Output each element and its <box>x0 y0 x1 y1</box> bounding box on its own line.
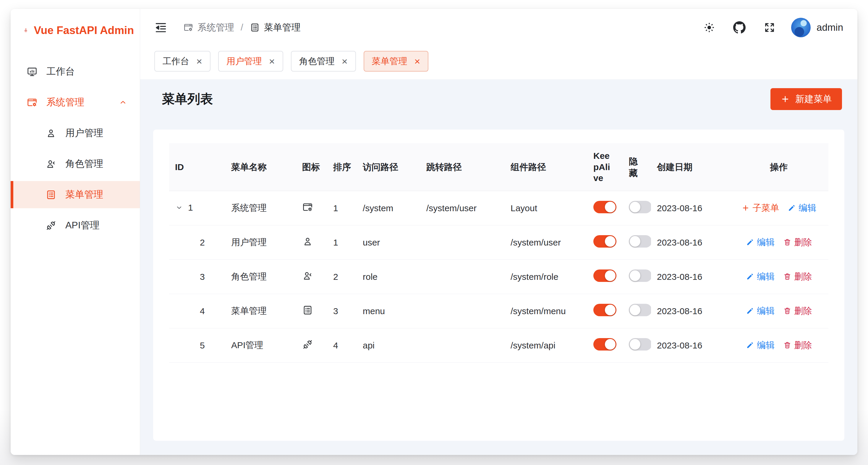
row-id: 1 <box>188 203 193 213</box>
toggle-knob <box>605 270 616 281</box>
toggle-knob <box>630 270 640 281</box>
cell-name: 系统管理 <box>225 191 296 225</box>
window-gear-icon <box>183 23 193 32</box>
submenu-action-label: 子菜单 <box>753 202 779 214</box>
cell-order: 1 <box>327 191 357 225</box>
submenu-action[interactable]: 子菜单 <box>741 202 779 214</box>
edit-action[interactable]: 编辑 <box>746 236 775 249</box>
tab-close-icon[interactable]: × <box>414 56 421 66</box>
cell-order: 2 <box>327 260 357 294</box>
tab-user[interactable]: 用户管理× <box>218 51 283 71</box>
pencil-icon <box>746 238 754 246</box>
edit-action[interactable]: 编辑 <box>746 339 775 351</box>
breadcrumb-item-menu[interactable]: 菜单管理 <box>250 21 301 34</box>
column-header-label: 隐藏 <box>629 156 638 178</box>
topbar: 系统管理/菜单管理 admin <box>140 9 857 46</box>
tab-menu[interactable]: 菜单管理× <box>364 51 429 71</box>
cell-date: 2023-08-16 <box>651 260 730 294</box>
cell-path: user <box>357 225 421 260</box>
cell-component: /system/user <box>505 225 587 260</box>
keepalive-toggle[interactable] <box>593 338 616 351</box>
sidebar-item-menu[interactable]: 菜单管理 <box>11 181 140 208</box>
plug-icon <box>302 339 313 350</box>
table-header-row: ID菜单名称图标排序访问路径跳转路径组件路径KeepAlive隐藏创建日期操作 <box>169 143 828 191</box>
tab-close-icon[interactable]: × <box>196 56 202 66</box>
cell-date: 2023-08-16 <box>651 294 730 328</box>
tab-workbench[interactable]: 工作台× <box>154 51 211 71</box>
sidebar-collapse-icon[interactable] <box>154 21 167 34</box>
hidden-toggle[interactable] <box>629 338 651 351</box>
hidden-toggle[interactable] <box>629 235 651 248</box>
column-header-label: 操作 <box>770 162 788 172</box>
sidebar-item-workbench[interactable]: 工作台 <box>11 58 140 85</box>
cell-actions: 编辑删除 <box>730 328 828 362</box>
sidebar-item-api[interactable]: API管理 <box>11 212 140 239</box>
delete-action[interactable]: 删除 <box>783 271 812 283</box>
toggle-knob <box>630 202 640 212</box>
toggle-knob <box>630 339 640 350</box>
tab-close-icon[interactable]: × <box>269 56 275 66</box>
cell-keepalive <box>587 191 623 225</box>
tab-label: 角色管理 <box>299 55 335 67</box>
column-header-label: ID <box>175 162 184 172</box>
delete-action-label: 删除 <box>795 339 812 351</box>
toggle-knob <box>605 305 616 315</box>
tab-label: 用户管理 <box>226 55 262 67</box>
github-icon[interactable] <box>733 21 746 34</box>
main-area: 系统管理/菜单管理 admin 工作台×用户管理×角色管理×菜单管理× 菜单列表… <box>140 9 857 455</box>
tab-role[interactable]: 角色管理× <box>291 51 356 71</box>
breadcrumb-item-system[interactable]: 系统管理 <box>183 21 234 34</box>
window-gear-icon <box>27 97 37 108</box>
person-icon <box>45 128 57 139</box>
keepalive-toggle[interactable] <box>593 304 616 316</box>
cell-path: role <box>357 260 421 294</box>
table-row: 1系统管理1/system/system/userLayout2023-08-1… <box>169 191 828 225</box>
hidden-toggle[interactable] <box>629 269 651 282</box>
cell-icon <box>296 225 327 260</box>
keepalive-toggle[interactable] <box>593 201 616 213</box>
column-header-label: KeepAlive <box>593 150 612 184</box>
theme-toggle-sun-icon[interactable] <box>703 21 715 34</box>
monitor-icon <box>27 66 37 77</box>
delete-action[interactable]: 删除 <box>783 305 812 317</box>
app-logo[interactable]: Vue FastAPI Admin <box>11 9 140 42</box>
new-menu-button[interactable]: 新建菜单 <box>770 88 842 110</box>
edit-action[interactable]: 编辑 <box>787 202 816 214</box>
plug-icon <box>45 220 57 231</box>
row-id: 2 <box>200 237 205 248</box>
cell-hidden <box>623 260 651 294</box>
hidden-toggle[interactable] <box>629 304 651 316</box>
person-icon <box>302 236 313 247</box>
sidebar-item-system[interactable]: 系统管理 <box>11 89 140 116</box>
sidebar-item-label: 系统管理 <box>46 96 84 109</box>
cell-keepalive <box>587 328 623 362</box>
sidebar-item-role[interactable]: 角色管理 <box>11 150 140 177</box>
breadcrumb: 系统管理/菜单管理 <box>183 21 301 34</box>
hidden-toggle[interactable] <box>629 201 651 213</box>
fullscreen-icon[interactable] <box>763 21 776 34</box>
sidebar-item-label: 工作台 <box>46 65 75 78</box>
column-header-label: 图标 <box>302 162 320 172</box>
cell-date: 2023-08-16 <box>651 191 730 225</box>
edit-action[interactable]: 编辑 <box>746 271 775 283</box>
delete-action[interactable]: 删除 <box>783 236 812 249</box>
cell-redirect <box>421 260 505 294</box>
tab-close-icon[interactable]: × <box>342 56 348 66</box>
table-row: 2用户管理1user/system/user2023-08-16编辑删除 <box>169 225 828 260</box>
cell-hidden <box>623 294 651 328</box>
pencil-icon <box>787 204 796 212</box>
chevron-down-icon[interactable] <box>175 204 183 212</box>
user-menu[interactable]: admin <box>791 18 843 37</box>
keepalive-toggle[interactable] <box>593 235 616 248</box>
pencil-icon <box>746 307 754 315</box>
column-header-label: 排序 <box>333 162 351 172</box>
sidebar: Vue FastAPI Admin 工作台系统管理用户管理角色管理菜单管理API… <box>11 9 140 455</box>
sidebar-item-user[interactable]: 用户管理 <box>11 119 140 147</box>
cell-keepalive <box>587 260 623 294</box>
row-id: 5 <box>200 341 205 351</box>
sidebar-item-label: 用户管理 <box>65 126 103 140</box>
keepalive-toggle[interactable] <box>593 269 616 282</box>
edit-action[interactable]: 编辑 <box>746 305 775 317</box>
cell-path: menu <box>357 294 421 328</box>
delete-action[interactable]: 删除 <box>783 339 812 351</box>
